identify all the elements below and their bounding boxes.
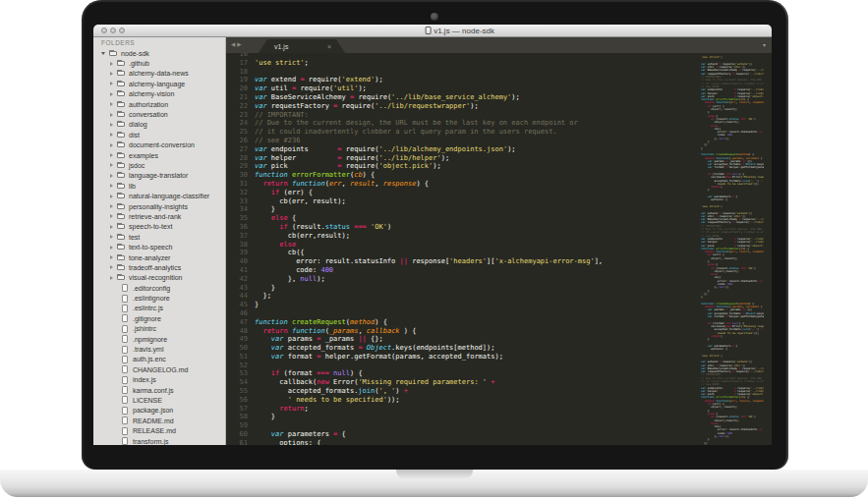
sidebar-file[interactable]: .travis.yml — [93, 344, 225, 354]
code-line[interactable]: 61 options: { — [226, 439, 772, 445]
code-line[interactable]: 38 else — [226, 241, 772, 250]
sidebar-folder[interactable]: dialog — [93, 120, 225, 130]
sidebar-file[interactable]: LICENSE — [93, 395, 225, 405]
code-line[interactable]: 25// it could inadvertently clobber a ur… — [226, 128, 772, 137]
code-line[interactable]: 17'use strict'; — [226, 59, 772, 68]
code-line[interactable]: 19var extend = require('extend'); — [226, 76, 772, 84]
code-line[interactable]: 55 accepted_formats.join(', ') + — [226, 387, 772, 396]
sidebar-folder[interactable]: alchemy-data-news — [93, 69, 225, 79]
sidebar-folder[interactable]: personality-insights — [93, 201, 225, 211]
sidebar-file[interactable]: index.js — [93, 375, 225, 385]
sidebar-file[interactable]: .eslintignore — [93, 293, 225, 303]
code-line[interactable]: 20var util = require('util'); — [226, 84, 772, 93]
code-line[interactable]: 42 }, null); — [226, 275, 772, 284]
line-number: 55 — [226, 387, 255, 396]
sidebar-file[interactable]: .editorconfig — [93, 283, 225, 293]
folder-icon — [117, 204, 125, 209]
code-line[interactable]: 22var requestFactory = require('../lib/r… — [226, 102, 772, 111]
code-line[interactable]: 44 }; — [226, 292, 772, 301]
code-line[interactable]: 50 var accepted_formats = Object.keys(en… — [226, 344, 772, 353]
sidebar-folder[interactable]: document-conversion — [93, 140, 225, 150]
code-line[interactable]: 27var endpoints = require('../lib/alchem… — [226, 145, 772, 154]
line-number: 53 — [226, 369, 255, 378]
sidebar-file[interactable]: karma.conf.js — [93, 385, 225, 395]
code-line[interactable]: 54 callback(new Error('Missing required … — [226, 378, 772, 387]
sidebar-folder[interactable]: dist — [93, 130, 225, 139]
code-line[interactable]: 36 if (result.status === 'OK') — [226, 223, 772, 232]
sidebar-folder[interactable]: retrieve-and-rank — [93, 211, 225, 221]
code-line[interactable]: 47function createRequest(method) { — [226, 318, 772, 327]
code-line[interactable]: 24// Due to the current design, the URL … — [226, 119, 772, 128]
code-line[interactable]: 31 return function(err, result, response… — [226, 180, 772, 189]
code-line[interactable]: 37 cb(err,result); — [226, 232, 772, 241]
sidebar-folder[interactable]: tradeoff-analytics — [93, 262, 225, 272]
sidebar-folder[interactable]: language-translator — [93, 171, 225, 181]
zoom-window-button[interactable] — [119, 28, 125, 33]
sidebar-file[interactable]: .eslintrc.js — [93, 304, 225, 313]
sidebar-folder[interactable]: natural-language-classifier — [93, 191, 225, 200]
tab-nav-arrows[interactable]: ◀▶ — [231, 41, 243, 47]
file-label: RELEASE.md — [133, 427, 176, 434]
code-line[interactable]: 57 return; — [226, 405, 772, 414]
tab-v1js[interactable]: v1.js × — [259, 39, 345, 53]
code-line[interactable]: 35 else { — [226, 214, 772, 223]
tab-overflow-icon[interactable]: ▾ — [763, 41, 766, 48]
code-line[interactable]: 33 cb(err, result); — [226, 197, 772, 206]
code-line[interactable]: 45} — [226, 301, 772, 309]
forward-arrow-icon[interactable]: ▶ — [237, 41, 243, 47]
sidebar-file[interactable]: README.md — [93, 416, 225, 425]
code-line[interactable]: 32 if (err) { — [226, 189, 772, 197]
sidebar-folder[interactable]: alchemy-vision — [93, 89, 225, 99]
sidebar-file[interactable]: auth.js.enc — [93, 355, 225, 364]
code-line[interactable]: 21var BaseServiceAlchemy = require('../l… — [226, 93, 772, 102]
code-line[interactable]: 26// see #236 — [226, 137, 772, 145]
code-line[interactable]: 39 cb({ — [226, 249, 772, 257]
sidebar-root-folder[interactable]: node-sdk — [93, 48, 225, 58]
sidebar-folder[interactable]: authorization — [93, 99, 225, 109]
code-line[interactable]: 59 — [226, 421, 772, 430]
code-line[interactable]: 41 code: 400 — [226, 266, 772, 275]
code-line[interactable]: 53 if (format === null) { — [226, 369, 772, 378]
code-line[interactable]: 29var pick = require('object.pick'); — [226, 162, 772, 171]
code-line[interactable]: 51 var format = helper.getFormat(params,… — [226, 353, 772, 362]
sidebar-folder[interactable]: .github — [93, 58, 225, 68]
sidebar-file[interactable]: CHANGELOG.md — [93, 364, 225, 374]
sidebar-file[interactable]: .gitignore — [93, 313, 225, 323]
sidebar-file[interactable]: package.json — [93, 406, 225, 416]
code-area[interactable]: 1617'use strict';1819var extend = requir… — [226, 53, 772, 445]
sidebar-file[interactable]: .npmignore — [93, 334, 225, 344]
sidebar-file[interactable]: transform.js — [93, 436, 225, 445]
code-line[interactable]: 56 ' needs to be specified')); — [226, 396, 772, 405]
code-line[interactable]: 28var helper = require('../lib/helper'); — [226, 154, 772, 163]
sidebar-folder[interactable]: jsdoc — [93, 160, 225, 170]
sidebar-folder[interactable]: speech-to-text — [93, 222, 225, 232]
sidebar-folder[interactable]: lib — [93, 181, 225, 191]
sidebar-folder[interactable]: alchemy-language — [93, 79, 225, 88]
sidebar-folder[interactable]: conversation — [93, 109, 225, 119]
tab-label[interactable]: v1.js — [259, 43, 327, 50]
code-line[interactable]: 52 — [226, 362, 772, 370]
close-tab-icon[interactable]: × — [327, 43, 345, 50]
sidebar-folder[interactable]: test — [93, 232, 225, 242]
minimap[interactable]: 'use strict';var extend = require('exten… — [701, 53, 764, 445]
code-line[interactable]: 46 — [226, 309, 772, 318]
sidebar-file[interactable]: .jshintrc — [93, 324, 225, 334]
sidebar-folder[interactable]: visual-recognition — [93, 273, 225, 283]
sidebar-folder[interactable]: examples — [93, 150, 225, 160]
code-line[interactable]: 30function errorFormatter(cb) { — [226, 171, 772, 180]
code-line[interactable]: 18 — [226, 68, 772, 77]
code-line[interactable]: 40 error: result.statusInfo || response[… — [226, 257, 772, 266]
code-editor[interactable]: 1617'use strict';1819var extend = requir… — [226, 53, 772, 445]
close-window-button[interactable] — [101, 28, 107, 33]
code-line[interactable]: 60 var parameters = { — [226, 430, 772, 439]
code-line[interactable]: 23// IMPORTANT: — [226, 111, 772, 120]
code-line[interactable]: 34 } — [226, 205, 772, 214]
sidebar-folder[interactable]: text-to-speech — [93, 242, 225, 251]
sidebar-file[interactable]: RELEASE.md — [93, 425, 225, 435]
minimize-window-button[interactable] — [110, 28, 116, 33]
sidebar-folder[interactable]: tone-analyzer — [93, 252, 225, 262]
code-line[interactable]: 43 } — [226, 284, 772, 293]
code-line[interactable]: 58 } — [226, 413, 772, 421]
code-line[interactable]: 48 return function(_params, callback ) { — [226, 327, 772, 336]
code-line[interactable]: 49 var params = _params || {}; — [226, 335, 772, 344]
